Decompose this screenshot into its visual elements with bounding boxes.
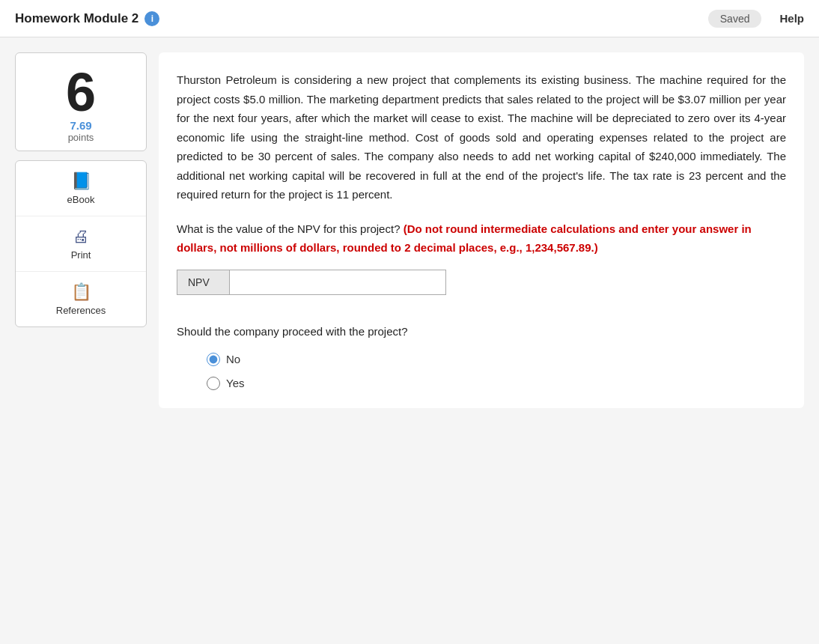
radio-yes[interactable] — [207, 377, 220, 390]
ebook-label: eBook — [67, 194, 95, 205]
points-value: 7.69 — [70, 119, 91, 132]
radio-no-label: No — [226, 353, 240, 365]
radio-option-yes[interactable]: Yes — [207, 377, 786, 390]
sidebar-item-print[interactable]: 🖨 Print — [16, 216, 146, 272]
npv-input-row: NPV — [177, 270, 446, 295]
radio-group: No Yes — [207, 353, 786, 390]
radio-option-no[interactable]: No — [207, 353, 786, 366]
question-prompt: What is the value of the NPV for this pr… — [177, 222, 400, 235]
question-number: 6 — [66, 65, 96, 119]
print-icon: 🖨 — [73, 227, 89, 246]
saved-badge: Saved — [708, 10, 762, 28]
proceed-question: Should the company proceed with the proj… — [177, 325, 786, 338]
sidebar-item-ebook[interactable]: 📘 eBook — [16, 161, 146, 216]
page-title: Homework Module 2 — [15, 11, 138, 26]
header: Homework Module 2 i Saved Help — [0, 0, 819, 37]
references-label: References — [56, 305, 106, 316]
content-area: Thurston Petroleum is considering a new … — [159, 52, 804, 408]
info-icon[interactable]: i — [144, 11, 159, 26]
sidebar: 6 7.69 points 📘 eBook 🖨 Print 📋 Referenc… — [15, 52, 147, 408]
help-button[interactable]: Help — [779, 12, 804, 25]
radio-no[interactable] — [207, 353, 220, 366]
points-label: points — [68, 132, 94, 143]
question-number-box: 6 7.69 points — [15, 52, 147, 151]
print-label: Print — [71, 249, 91, 261]
radio-yes-label: Yes — [226, 377, 244, 389]
sidebar-tools: 📘 eBook 🖨 Print 📋 References — [15, 160, 147, 327]
question-body: Thurston Petroleum is considering a new … — [177, 70, 786, 204]
question-instruction: What is the value of the NPV for this pr… — [177, 219, 786, 258]
main-content: 6 7.69 points 📘 eBook 🖨 Print 📋 Referenc… — [0, 37, 819, 423]
npv-label: NPV — [177, 270, 230, 294]
sidebar-item-references[interactable]: 📋 References — [16, 272, 146, 326]
ebook-icon: 📘 — [71, 171, 91, 191]
npv-input[interactable] — [230, 270, 445, 294]
references-icon: 📋 — [71, 282, 91, 302]
